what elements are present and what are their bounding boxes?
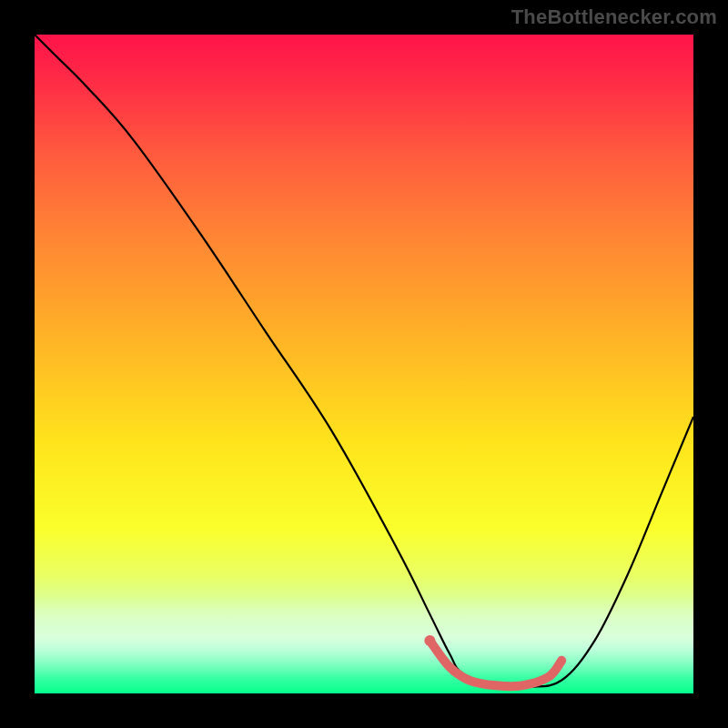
highlight-marker-dot xyxy=(424,635,435,646)
highlight-marker-stroke xyxy=(430,641,561,686)
chart-stage: TheBottlenecker.com xyxy=(0,0,728,728)
pale-horizontal-band xyxy=(35,595,693,677)
bottleneck-curve xyxy=(35,35,693,688)
watermark-text: TheBottlenecker.com xyxy=(511,5,717,29)
plot-area xyxy=(35,35,693,693)
curve-svg xyxy=(35,35,693,693)
